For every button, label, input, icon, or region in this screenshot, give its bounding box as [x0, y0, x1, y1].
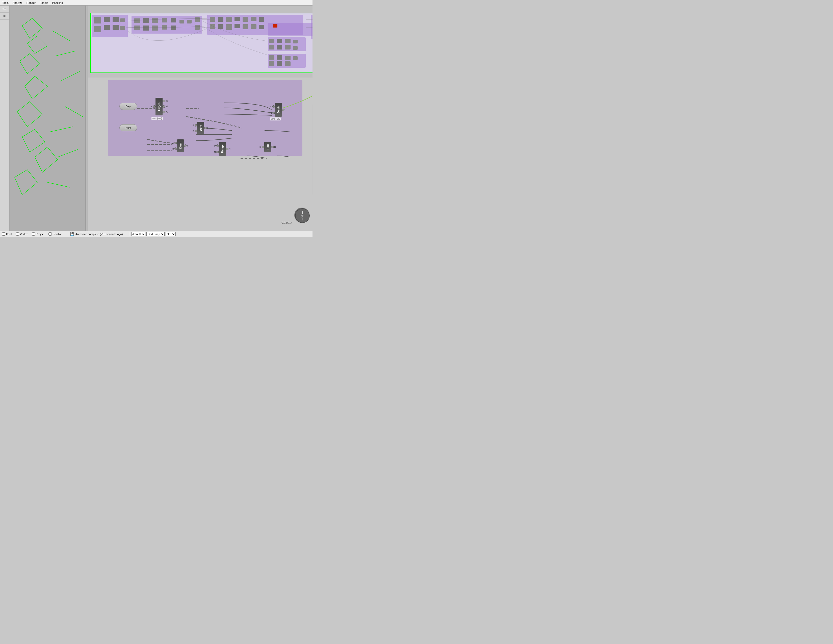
edges-body[interactable]: Edges: [156, 98, 162, 116]
svg-rect-53: [269, 45, 274, 50]
panel-divider[interactable]: [85, 6, 88, 231]
dom1-ports-right: I: [204, 122, 208, 134]
status-default-select[interactable]: default: [131, 232, 145, 237]
dash-port-out[interactable]: [282, 109, 285, 111]
edges-port-en[interactable]: [162, 100, 165, 102]
brep-node[interactable]: Brep: [119, 103, 137, 110]
status-vertex-label: Vertex: [20, 233, 28, 236]
edges-port-b[interactable]: [153, 105, 156, 108]
status-vertex-checkbox[interactable]: [16, 232, 19, 236]
svg-rect-25: [143, 18, 149, 23]
svg-rect-26: [143, 26, 149, 31]
overview-svg: [91, 13, 312, 72]
menu-render[interactable]: Render: [24, 1, 38, 5]
menu-paneling[interactable]: Paneling: [50, 1, 65, 5]
svg-rect-17: [104, 17, 110, 22]
svg-line-5: [58, 150, 78, 157]
svg-rect-39: [210, 24, 215, 29]
nav-compass[interactable]: [294, 208, 309, 223]
svg-rect-30: [162, 25, 167, 29]
svg-rect-64: [285, 56, 291, 60]
svg-line-3: [65, 106, 83, 117]
edges-node[interactable]: B Edges En Ei Em: [151, 98, 169, 116]
menu-analyze[interactable]: Analyze: [11, 1, 24, 5]
svg-line-6: [47, 182, 70, 187]
svg-rect-33: [180, 20, 184, 24]
num-node[interactable]: Num: [119, 124, 137, 131]
svg-rect-40: [218, 17, 224, 22]
svg-rect-34: [187, 20, 191, 24]
edges-port-ei[interactable]: [162, 105, 165, 108]
svg-rect-46: [243, 17, 248, 22]
dom2-port-i[interactable]: [184, 145, 187, 147]
rad-port-r[interactable]: [271, 146, 274, 148]
dom1-port-a[interactable]: [195, 124, 197, 127]
range-port-n[interactable]: [216, 151, 219, 153]
svg-rect-42: [226, 17, 232, 22]
status-knot: Knot: [2, 232, 12, 236]
dom2-port-a[interactable]: [174, 142, 177, 144]
dom1-body[interactable]: Dom: [197, 122, 204, 134]
dom2-ports-left: A B: [172, 139, 177, 152]
dash-node[interactable]: C Pt Dash: [270, 103, 285, 117]
svg-rect-20: [113, 25, 119, 30]
dom1-port-b[interactable]: [195, 130, 197, 132]
svg-rect-58: [293, 40, 298, 43]
menu-panels[interactable]: Panels: [38, 1, 50, 5]
status-ortl-select[interactable]: Ortl: [166, 232, 176, 237]
svg-rect-57: [285, 45, 291, 50]
dash-body[interactable]: Dash: [275, 103, 282, 117]
status-grid-snap-select[interactable]: Grid Snap: [146, 232, 165, 237]
dom2-node[interactable]: A B Dom I: [172, 139, 188, 152]
svg-rect-50: [259, 17, 264, 22]
dash-port-pt[interactable]: [272, 112, 275, 114]
rad-body[interactable]: Rad: [264, 142, 271, 152]
rhino-viewport[interactable]: [10, 6, 88, 231]
version-label: 0.9.0014: [281, 221, 292, 224]
toolbar-btn-transform[interactable]: Tra: [0, 6, 9, 13]
dom1-node[interactable]: A B Dom I: [193, 122, 208, 134]
status-autosave: 💾 Autosave complete (210 seconds ago): [70, 232, 123, 236]
svg-rect-45: [235, 24, 240, 28]
range-port-r[interactable]: [226, 148, 228, 150]
svg-rect-41: [218, 24, 224, 29]
status-disable-checkbox[interactable]: [48, 232, 52, 236]
status-knot-label: Knot: [6, 233, 12, 236]
svg-rect-62: [277, 55, 282, 60]
dash-ports-left: C Pt: [270, 103, 275, 117]
range-node[interactable]: D N Range R: [214, 142, 230, 156]
dom2-body[interactable]: Dom: [177, 139, 184, 152]
node-canvas[interactable]: Brep B Edges En Ei: [88, 77, 312, 231]
svg-rect-32: [170, 26, 176, 30]
edges-ports-left: B: [151, 98, 156, 116]
svg-rect-16: [94, 26, 101, 32]
edges-ports-right: En Ei Em: [162, 98, 169, 116]
top-menu-bar: Tools Analyze Render Panels Paneling: [0, 0, 312, 6]
range-body[interactable]: Range: [219, 142, 226, 156]
toolbar-btn-grid[interactable]: ⊞: [0, 13, 9, 20]
dash-port-c[interactable]: [272, 105, 275, 108]
status-knot-checkbox[interactable]: [2, 232, 5, 236]
menu-tools[interactable]: Tools: [0, 1, 11, 5]
status-project-checkbox[interactable]: [32, 232, 35, 236]
gh-canvas[interactable]: Brep B Edges En Ei: [88, 6, 312, 231]
svg-rect-61: [269, 61, 274, 66]
dom1-ports-left: A B: [193, 122, 197, 134]
svg-rect-13: [311, 14, 312, 39]
rad-node[interactable]: D Rad R: [259, 142, 276, 152]
svg-rect-51: [259, 25, 264, 29]
svg-rect-37: [273, 24, 277, 27]
svg-rect-52: [269, 39, 274, 43]
edges-timing: 5ms (1%): [151, 117, 163, 120]
dom2-port-b[interactable]: [174, 148, 177, 150]
svg-rect-55: [277, 45, 282, 50]
num-label: Num: [125, 127, 131, 129]
range-ports-right: R: [226, 142, 231, 156]
edges-port-em[interactable]: [162, 111, 165, 113]
overview-panel: [90, 13, 312, 73]
svg-line-0: [53, 31, 70, 41]
svg-rect-54: [277, 39, 282, 43]
range-port-d[interactable]: [216, 145, 219, 147]
dom1-port-i[interactable]: [204, 127, 207, 129]
rad-port-d[interactable]: [262, 146, 264, 148]
